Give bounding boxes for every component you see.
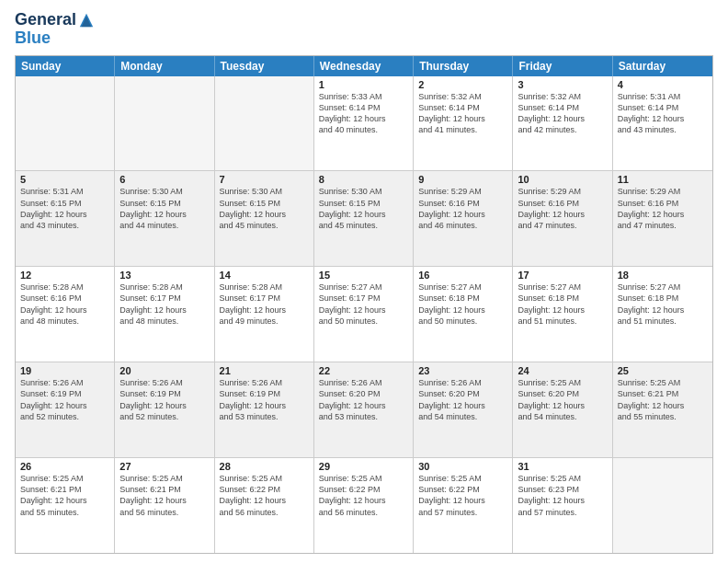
- day-cell-21: 21Sunrise: 5:26 AM Sunset: 6:19 PM Dayli…: [215, 362, 314, 457]
- day-info: Sunrise: 5:29 AM Sunset: 6:16 PM Dayligh…: [518, 186, 607, 231]
- day-number: 2: [418, 79, 507, 90]
- day-info: Sunrise: 5:25 AM Sunset: 6:22 PM Dayligh…: [319, 473, 408, 518]
- day-info: Sunrise: 5:25 AM Sunset: 6:21 PM Dayligh…: [20, 473, 109, 518]
- day-number: 26: [20, 461, 109, 472]
- empty-cell: [215, 76, 314, 171]
- day-number: 31: [518, 461, 607, 472]
- day-cell-17: 17Sunrise: 5:27 AM Sunset: 6:18 PM Dayli…: [513, 267, 612, 362]
- day-info: Sunrise: 5:27 AM Sunset: 6:18 PM Dayligh…: [418, 282, 507, 327]
- day-number: 4: [618, 79, 708, 90]
- day-cell-7: 7Sunrise: 5:30 AM Sunset: 6:15 PM Daylig…: [215, 171, 314, 266]
- logo-icon: [78, 12, 95, 29]
- day-cell-19: 19Sunrise: 5:26 AM Sunset: 6:19 PM Dayli…: [16, 362, 115, 457]
- page: General Blue SundayMondayTuesdayWednesda…: [0, 0, 728, 563]
- day-number: 17: [518, 270, 607, 281]
- day-number: 14: [220, 270, 309, 281]
- day-cell-12: 12Sunrise: 5:28 AM Sunset: 6:16 PM Dayli…: [16, 267, 115, 362]
- day-number: 25: [618, 365, 708, 376]
- calendar-header: SundayMondayTuesdayWednesdayThursdayFrid…: [16, 56, 712, 76]
- day-number: 10: [518, 174, 607, 185]
- day-header-sunday: Sunday: [16, 56, 115, 76]
- logo-text-line2: Blue: [15, 29, 51, 47]
- day-number: 1: [319, 79, 408, 90]
- day-cell-16: 16Sunrise: 5:27 AM Sunset: 6:18 PM Dayli…: [414, 267, 513, 362]
- day-info: Sunrise: 5:25 AM Sunset: 6:22 PM Dayligh…: [220, 473, 309, 518]
- day-info: Sunrise: 5:26 AM Sunset: 6:20 PM Dayligh…: [319, 377, 408, 422]
- calendar: SundayMondayTuesdayWednesdayThursdayFrid…: [15, 55, 713, 554]
- day-cell-31: 31Sunrise: 5:25 AM Sunset: 6:23 PM Dayli…: [513, 458, 612, 553]
- calendar-week-5: 26Sunrise: 5:25 AM Sunset: 6:21 PM Dayli…: [16, 457, 712, 553]
- day-cell-27: 27Sunrise: 5:25 AM Sunset: 6:21 PM Dayli…: [115, 458, 214, 553]
- day-info: Sunrise: 5:25 AM Sunset: 6:21 PM Dayligh…: [119, 473, 209, 518]
- header: General Blue: [15, 11, 713, 48]
- day-number: 21: [220, 365, 309, 376]
- day-number: 8: [319, 174, 408, 185]
- day-cell-26: 26Sunrise: 5:25 AM Sunset: 6:21 PM Dayli…: [16, 458, 115, 553]
- day-number: 7: [220, 174, 309, 185]
- day-number: 22: [319, 365, 408, 376]
- day-info: Sunrise: 5:25 AM Sunset: 6:20 PM Dayligh…: [518, 377, 607, 422]
- day-header-saturday: Saturday: [613, 56, 712, 76]
- day-number: 27: [119, 461, 209, 472]
- day-info: Sunrise: 5:27 AM Sunset: 6:18 PM Dayligh…: [618, 282, 708, 327]
- day-number: 3: [518, 79, 607, 90]
- day-number: 30: [418, 461, 507, 472]
- day-info: Sunrise: 5:32 AM Sunset: 6:14 PM Dayligh…: [418, 91, 507, 136]
- day-cell-4: 4Sunrise: 5:31 AM Sunset: 6:14 PM Daylig…: [613, 76, 712, 171]
- day-cell-22: 22Sunrise: 5:26 AM Sunset: 6:20 PM Dayli…: [314, 362, 414, 457]
- day-cell-3: 3Sunrise: 5:32 AM Sunset: 6:14 PM Daylig…: [513, 76, 612, 171]
- day-cell-9: 9Sunrise: 5:29 AM Sunset: 6:16 PM Daylig…: [414, 171, 513, 266]
- day-cell-24: 24Sunrise: 5:25 AM Sunset: 6:20 PM Dayli…: [513, 362, 612, 457]
- day-number: 15: [319, 270, 408, 281]
- day-cell-20: 20Sunrise: 5:26 AM Sunset: 6:19 PM Dayli…: [115, 362, 214, 457]
- day-number: 5: [20, 174, 109, 185]
- day-info: Sunrise: 5:27 AM Sunset: 6:18 PM Dayligh…: [518, 282, 607, 327]
- day-info: Sunrise: 5:26 AM Sunset: 6:19 PM Dayligh…: [20, 377, 109, 422]
- day-header-friday: Friday: [513, 56, 612, 76]
- day-info: Sunrise: 5:31 AM Sunset: 6:15 PM Dayligh…: [20, 186, 109, 231]
- day-cell-14: 14Sunrise: 5:28 AM Sunset: 6:17 PM Dayli…: [215, 267, 314, 362]
- day-info: Sunrise: 5:30 AM Sunset: 6:15 PM Dayligh…: [119, 186, 209, 231]
- day-header-monday: Monday: [115, 56, 214, 76]
- day-info: Sunrise: 5:26 AM Sunset: 6:19 PM Dayligh…: [220, 377, 309, 422]
- logo-text-line1: General: [15, 11, 76, 29]
- day-cell-10: 10Sunrise: 5:29 AM Sunset: 6:16 PM Dayli…: [513, 171, 612, 266]
- day-info: Sunrise: 5:26 AM Sunset: 6:19 PM Dayligh…: [119, 377, 209, 422]
- day-cell-23: 23Sunrise: 5:26 AM Sunset: 6:20 PM Dayli…: [414, 362, 513, 457]
- day-header-thursday: Thursday: [414, 56, 513, 76]
- calendar-body: 1Sunrise: 5:33 AM Sunset: 6:14 PM Daylig…: [16, 76, 712, 553]
- day-number: 13: [119, 270, 209, 281]
- day-number: 12: [20, 270, 109, 281]
- day-info: Sunrise: 5:33 AM Sunset: 6:14 PM Dayligh…: [319, 91, 408, 136]
- day-cell-5: 5Sunrise: 5:31 AM Sunset: 6:15 PM Daylig…: [16, 171, 115, 266]
- day-cell-18: 18Sunrise: 5:27 AM Sunset: 6:18 PM Dayli…: [613, 267, 712, 362]
- day-number: 19: [20, 365, 109, 376]
- day-cell-15: 15Sunrise: 5:27 AM Sunset: 6:17 PM Dayli…: [314, 267, 414, 362]
- day-cell-13: 13Sunrise: 5:28 AM Sunset: 6:17 PM Dayli…: [115, 267, 214, 362]
- day-info: Sunrise: 5:32 AM Sunset: 6:14 PM Dayligh…: [518, 91, 607, 136]
- day-number: 24: [518, 365, 607, 376]
- day-cell-6: 6Sunrise: 5:30 AM Sunset: 6:15 PM Daylig…: [115, 171, 214, 266]
- logo: General Blue: [15, 11, 95, 48]
- day-header-tuesday: Tuesday: [215, 56, 314, 76]
- day-info: Sunrise: 5:27 AM Sunset: 6:17 PM Dayligh…: [319, 282, 408, 327]
- day-header-wednesday: Wednesday: [314, 56, 414, 76]
- day-info: Sunrise: 5:30 AM Sunset: 6:15 PM Dayligh…: [319, 186, 408, 231]
- day-cell-8: 8Sunrise: 5:30 AM Sunset: 6:15 PM Daylig…: [314, 171, 414, 266]
- day-info: Sunrise: 5:29 AM Sunset: 6:16 PM Dayligh…: [618, 186, 708, 231]
- day-cell-28: 28Sunrise: 5:25 AM Sunset: 6:22 PM Dayli…: [215, 458, 314, 553]
- empty-cell: [613, 458, 712, 553]
- day-cell-2: 2Sunrise: 5:32 AM Sunset: 6:14 PM Daylig…: [414, 76, 513, 171]
- day-info: Sunrise: 5:25 AM Sunset: 6:22 PM Dayligh…: [418, 473, 507, 518]
- calendar-week-4: 19Sunrise: 5:26 AM Sunset: 6:19 PM Dayli…: [16, 362, 712, 457]
- day-info: Sunrise: 5:25 AM Sunset: 6:23 PM Dayligh…: [518, 473, 607, 518]
- day-number: 23: [418, 365, 507, 376]
- day-number: 11: [618, 174, 708, 185]
- empty-cell: [16, 76, 115, 171]
- calendar-week-2: 5Sunrise: 5:31 AM Sunset: 6:15 PM Daylig…: [16, 170, 712, 266]
- day-number: 20: [119, 365, 209, 376]
- day-number: 29: [319, 461, 408, 472]
- day-number: 28: [220, 461, 309, 472]
- calendar-week-3: 12Sunrise: 5:28 AM Sunset: 6:16 PM Dayli…: [16, 266, 712, 362]
- day-number: 6: [119, 174, 209, 185]
